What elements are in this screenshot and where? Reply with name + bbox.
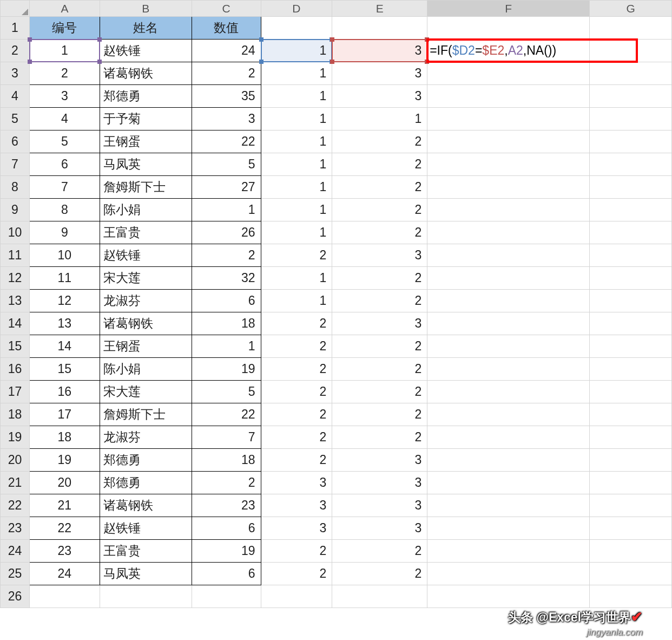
cell[interactable]: [192, 585, 261, 608]
cell[interactable]: 2: [332, 221, 427, 244]
cell[interactable]: [427, 267, 590, 290]
cell[interactable]: [427, 221, 590, 244]
cell[interactable]: 5: [29, 130, 100, 153]
row-header[interactable]: 6: [1, 130, 30, 153]
cell[interactable]: [590, 426, 672, 449]
cell[interactable]: 郑德勇: [100, 472, 192, 494]
cell[interactable]: 8: [29, 199, 100, 221]
cell[interactable]: 6: [192, 563, 261, 585]
cell[interactable]: 1: [261, 85, 332, 108]
cell[interactable]: [590, 62, 672, 85]
cell[interactable]: 1: [261, 176, 332, 199]
row-header[interactable]: 23: [1, 517, 30, 540]
row-header[interactable]: 8: [1, 176, 30, 199]
cell-C2[interactable]: 24: [192, 40, 261, 62]
select-all-corner[interactable]: [1, 1, 30, 17]
spreadsheet-grid[interactable]: A B C D E F G 1 编号 姓名 数值 2 1 赵铁锤 24 1 3: [0, 0, 672, 608]
cell[interactable]: 18: [29, 426, 100, 449]
cell[interactable]: 诸葛钢铁: [100, 312, 192, 335]
cell[interactable]: 2: [192, 472, 261, 494]
cell[interactable]: 2: [332, 130, 427, 153]
cell[interactable]: 3: [192, 108, 261, 130]
cell[interactable]: [427, 585, 590, 608]
row-header[interactable]: 20: [1, 449, 30, 472]
row-header[interactable]: 22: [1, 494, 30, 517]
row-header[interactable]: 12: [1, 267, 30, 290]
cell[interactable]: [590, 540, 672, 563]
cell[interactable]: 2: [261, 449, 332, 472]
row-header[interactable]: 4: [1, 85, 30, 108]
cell[interactable]: 詹姆斯下士: [100, 176, 192, 199]
cell[interactable]: [427, 290, 590, 312]
row-header[interactable]: 3: [1, 62, 30, 85]
cell[interactable]: [590, 335, 672, 358]
cell[interactable]: [590, 221, 672, 244]
cell[interactable]: 20: [29, 472, 100, 494]
cell[interactable]: 1: [261, 153, 332, 176]
cell[interactable]: [427, 176, 590, 199]
cell[interactable]: 赵铁锤: [100, 244, 192, 267]
cell[interactable]: [427, 540, 590, 563]
cell[interactable]: [261, 585, 332, 608]
cell[interactable]: 2: [332, 381, 427, 403]
cell[interactable]: 22: [29, 517, 100, 540]
cell[interactable]: 2: [261, 563, 332, 585]
cell[interactable]: [427, 563, 590, 585]
cell[interactable]: 2: [332, 267, 427, 290]
cell[interactable]: [427, 244, 590, 267]
cell[interactable]: 宋大莲: [100, 381, 192, 403]
cell[interactable]: 2: [332, 403, 427, 426]
cell[interactable]: 赵铁锤: [100, 517, 192, 540]
cell[interactable]: 宋大莲: [100, 267, 192, 290]
cell[interactable]: 郑德勇: [100, 449, 192, 472]
cell[interactable]: 1: [261, 221, 332, 244]
cell[interactable]: [590, 563, 672, 585]
cell[interactable]: 2: [332, 153, 427, 176]
cell[interactable]: 24: [29, 563, 100, 585]
cell[interactable]: 3: [332, 312, 427, 335]
cell[interactable]: 王钢蛋: [100, 130, 192, 153]
cell[interactable]: 诸葛钢铁: [100, 494, 192, 517]
cell[interactable]: [590, 40, 672, 62]
cell[interactable]: [100, 585, 192, 608]
cell[interactable]: [427, 358, 590, 381]
cell[interactable]: 2: [261, 358, 332, 381]
cell[interactable]: 14: [29, 335, 100, 358]
header-id[interactable]: 编号: [29, 17, 100, 40]
cell[interactable]: 13: [29, 312, 100, 335]
cell[interactable]: 27: [192, 176, 261, 199]
row-header[interactable]: 17: [1, 381, 30, 403]
cell[interactable]: 11: [29, 267, 100, 290]
cell[interactable]: 2: [261, 403, 332, 426]
cell[interactable]: 9: [29, 221, 100, 244]
cell[interactable]: 1: [261, 199, 332, 221]
cell-D2[interactable]: 1: [261, 40, 332, 62]
col-header-F[interactable]: F: [427, 1, 590, 17]
cell[interactable]: 诸葛钢铁: [100, 62, 192, 85]
cell[interactable]: [427, 199, 590, 221]
row-header[interactable]: 5: [1, 108, 30, 130]
cell[interactable]: 15: [29, 358, 100, 381]
cell[interactable]: 2: [332, 176, 427, 199]
cell[interactable]: [590, 130, 672, 153]
cell[interactable]: [427, 426, 590, 449]
cell[interactable]: 23: [29, 540, 100, 563]
row-header[interactable]: 21: [1, 472, 30, 494]
cell[interactable]: 3: [332, 449, 427, 472]
cell[interactable]: [427, 130, 590, 153]
cell[interactable]: 12: [29, 290, 100, 312]
cell[interactable]: 3: [332, 472, 427, 494]
cell[interactable]: 10: [29, 244, 100, 267]
cell[interactable]: 2: [332, 290, 427, 312]
cell[interactable]: 3: [332, 62, 427, 85]
cell[interactable]: 2: [261, 540, 332, 563]
cell[interactable]: [332, 585, 427, 608]
cell[interactable]: 王富贵: [100, 221, 192, 244]
cell[interactable]: 2: [261, 244, 332, 267]
cell-E2[interactable]: 3: [332, 40, 427, 62]
cell[interactable]: 2: [261, 312, 332, 335]
cell[interactable]: 2: [332, 426, 427, 449]
cell[interactable]: 龙淑芬: [100, 290, 192, 312]
cell[interactable]: 16: [29, 381, 100, 403]
col-header-C[interactable]: C: [192, 1, 261, 17]
